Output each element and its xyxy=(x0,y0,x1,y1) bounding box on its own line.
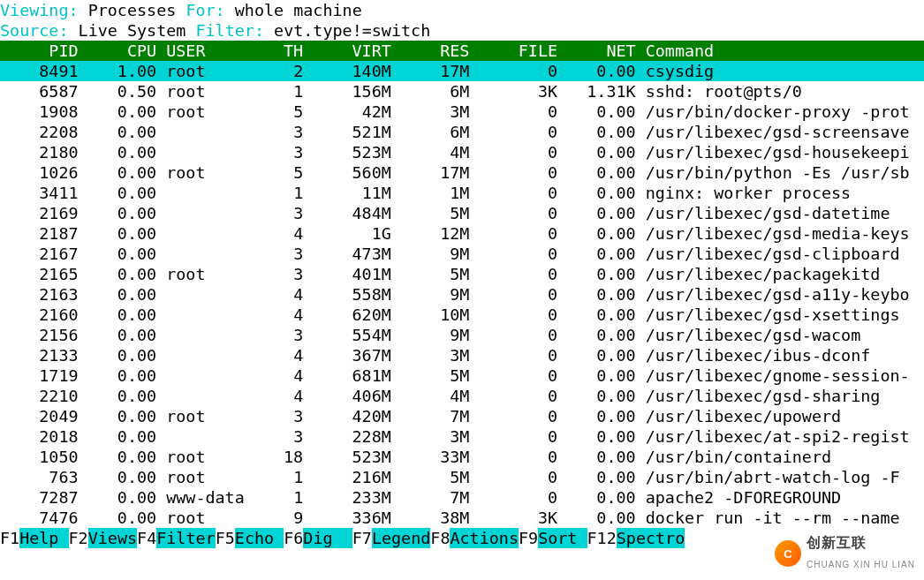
process-list[interactable]: 84911.00root2140M17M00.00csysdig65870.50… xyxy=(0,61,924,528)
table-row[interactable]: 21870.0041G12M00.00/usr/libexec/gsd-medi… xyxy=(0,223,924,244)
col-header-net[interactable]: NET xyxy=(557,41,636,61)
table-row[interactable]: 17190.004681M5M00.00/usr/libexec/gnome-s… xyxy=(0,365,924,386)
table-row[interactable]: 65870.50root1156M6M3K1.31Ksshd: root@pts… xyxy=(0,81,924,102)
column-header-row[interactable]: PIDCPUUSERTHVIRTRESFILENETCommand xyxy=(0,41,924,61)
table-row[interactable]: 10260.00root5560M17M00.00/usr/bin/python… xyxy=(0,162,924,183)
col-header-cmd[interactable]: Command xyxy=(636,41,715,61)
table-row[interactable]: 19080.00root542M3M00.00/usr/bin/docker-p… xyxy=(0,102,924,122)
table-row[interactable]: 74760.00root9336M38M3K0.00docker run -it… xyxy=(0,508,924,528)
fkey-F2: F2 xyxy=(69,529,88,547)
fkey-btn-echo[interactable]: Echo xyxy=(235,528,284,548)
status-line-source: Source: Live System Filter: evt.type!=sw… xyxy=(0,20,924,41)
watermark-logo-icon: C xyxy=(775,540,801,567)
table-row[interactable]: 21630.004558M9M00.00/usr/libexec/gsd-a11… xyxy=(0,284,924,305)
table-row[interactable]: 21560.003554M9M00.00/usr/libexec/gsd-wac… xyxy=(0,325,924,345)
fkey-btn-spectro[interactable]: Spectro xyxy=(617,528,685,548)
table-row[interactable]: 34110.00111M1M00.00nginx: worker process xyxy=(0,183,924,203)
table-row[interactable]: 21670.003473M9M00.00/usr/libexec/gsd-cli… xyxy=(0,244,924,264)
fkey-btn-legend[interactable]: Legend xyxy=(372,528,430,548)
watermark: C 创新互联 CHUANG XIN HU LIAN xyxy=(771,531,919,576)
col-header-user[interactable]: USER xyxy=(156,41,254,61)
fkey-F4: F4 xyxy=(137,529,156,547)
col-header-file[interactable]: FILE xyxy=(469,41,557,61)
col-header-pid[interactable]: PID xyxy=(0,41,79,61)
fkey-btn-dig[interactable]: Dig xyxy=(303,528,352,548)
col-header-res[interactable]: RES xyxy=(391,41,470,61)
table-row[interactable]: 20180.003228M3M00.00/usr/libexec/at-spi2… xyxy=(0,426,924,447)
watermark-text: 创新互联 xyxy=(807,535,867,550)
fkey-F12: F12 xyxy=(587,529,617,547)
col-header-cpu[interactable]: CPU xyxy=(79,41,157,61)
fkey-F9: F9 xyxy=(519,529,538,547)
table-row[interactable]: 72870.00www-data1233M7M00.00apache2 -DFO… xyxy=(0,487,924,508)
col-header-virt[interactable]: VIRT xyxy=(303,41,391,61)
table-row[interactable]: 21330.004367M3M00.00/usr/libexec/ibus-dc… xyxy=(0,345,924,365)
fkey-btn-help[interactable]: Help xyxy=(19,528,68,548)
fkey-btn-sort[interactable]: Sort xyxy=(538,528,587,548)
table-row[interactable]: 84911.00root2140M17M00.00csysdig xyxy=(0,61,924,81)
table-row[interactable]: 10500.00root18523M33M00.00/usr/bin/conta… xyxy=(0,447,924,467)
table-row[interactable]: 22080.003521M6M00.00/usr/libexec/gsd-scr… xyxy=(0,122,924,142)
table-row[interactable]: 21600.004620M10M00.00/usr/libexec/gsd-xs… xyxy=(0,305,924,325)
fkey-F7: F7 xyxy=(352,529,372,547)
fkey-btn-actions[interactable]: Actions xyxy=(450,528,519,548)
fkey-F1: F1 xyxy=(0,529,19,547)
table-row[interactable]: 20490.00root3420M7M00.00/usr/libexec/upo… xyxy=(0,406,924,426)
table-row[interactable]: 22100.004406M4M00.00/usr/libexec/gsd-sha… xyxy=(0,386,924,406)
fkey-btn-views[interactable]: Views xyxy=(88,528,137,548)
table-row[interactable]: 7630.00root1216M5M00.00/usr/bin/abrt-wat… xyxy=(0,467,924,487)
watermark-subtext: CHUANG XIN HU LIAN xyxy=(807,560,915,569)
table-row[interactable]: 21800.003523M4M00.00/usr/libexec/gsd-hou… xyxy=(0,142,924,162)
fkey-F8: F8 xyxy=(430,529,450,547)
col-header-th[interactable]: TH xyxy=(254,41,303,61)
csysdig-screen: Viewing: Processes For: whole machine So… xyxy=(0,0,924,580)
table-row[interactable]: 21690.003484M5M00.00/usr/libexec/gsd-dat… xyxy=(0,203,924,223)
table-row[interactable]: 21650.00root3401M5M00.00/usr/libexec/pac… xyxy=(0,264,924,284)
fkey-btn-filter[interactable]: Filter xyxy=(156,528,215,548)
status-line-viewing: Viewing: Processes For: whole machine xyxy=(0,0,924,20)
fkey-F5: F5 xyxy=(216,529,235,547)
fkey-F6: F6 xyxy=(284,529,303,547)
